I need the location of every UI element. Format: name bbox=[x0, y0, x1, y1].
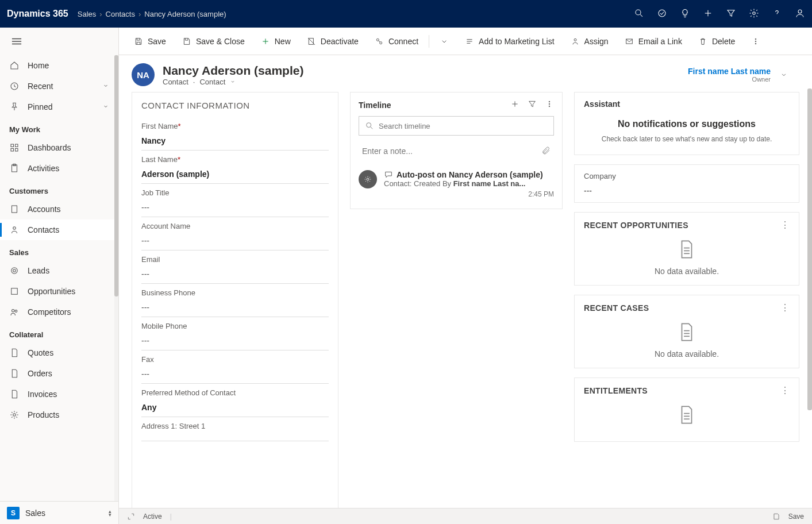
more-icon[interactable]: ⋮ bbox=[780, 302, 790, 313]
svg-point-42 bbox=[756, 43, 757, 44]
overflow-button[interactable] bbox=[744, 33, 767, 49]
chevron-down-icon bbox=[230, 79, 236, 84]
person-icon bbox=[9, 225, 20, 235]
add-marketing-list-button[interactable]: Add to Marketing List bbox=[458, 33, 561, 49]
svg-point-40 bbox=[756, 38, 757, 40]
new-button[interactable]: New bbox=[254, 33, 298, 49]
timeline-item[interactable]: Auto-post on Nancy Aderson (sample) Cont… bbox=[359, 167, 554, 202]
breadcrumb-item[interactable]: Nancy Aderson (sample) bbox=[144, 10, 226, 18]
timeline-search-input[interactable] bbox=[379, 122, 548, 130]
search-icon[interactable] bbox=[634, 8, 644, 20]
sidebar-item-activities[interactable]: Activities bbox=[0, 158, 118, 179]
doc-icon bbox=[9, 348, 20, 358]
document-icon bbox=[678, 322, 695, 342]
timeline-title: Timeline bbox=[359, 101, 391, 110]
sidebar-item-products[interactable]: Products bbox=[0, 404, 118, 425]
field-preferred-method-of-contact[interactable]: Preferred Method of ContactAny bbox=[141, 384, 329, 417]
svg-line-49 bbox=[371, 127, 372, 129]
svg-rect-24 bbox=[11, 288, 18, 295]
sidebar-item-opportunities[interactable]: Opportunities bbox=[0, 281, 118, 302]
delete-button[interactable]: Delete bbox=[691, 33, 742, 49]
clipboard-icon bbox=[9, 163, 20, 174]
chat-icon bbox=[384, 170, 393, 179]
sidebar-item-home[interactable]: Home bbox=[0, 55, 118, 76]
sidebar-item-orders[interactable]: Orders bbox=[0, 363, 118, 384]
timeline-note-input[interactable]: Enter a note... bbox=[359, 141, 554, 161]
sidebar-item-contacts[interactable]: Contacts bbox=[0, 219, 118, 240]
sidebar-item-competitors[interactable]: Competitors bbox=[0, 302, 118, 322]
field-job-title[interactable]: Job Title--- bbox=[141, 184, 329, 217]
svg-point-50 bbox=[367, 178, 369, 180]
plus-icon[interactable] bbox=[703, 8, 713, 20]
sidebar-group-header: Customers bbox=[0, 179, 118, 199]
hamburger-button[interactable] bbox=[0, 28, 118, 55]
sidebar-item-dashboards[interactable]: Dashboards bbox=[0, 137, 118, 158]
chevron-down-icon[interactable] bbox=[780, 71, 788, 79]
gear-icon[interactable] bbox=[749, 8, 759, 20]
more-icon[interactable]: ⋮ bbox=[780, 219, 790, 230]
app-brand[interactable]: Dynamics 365 bbox=[7, 9, 68, 19]
sidebar-item-pinned[interactable]: Pinned bbox=[0, 97, 118, 117]
expand-icon[interactable] bbox=[127, 513, 135, 521]
sidebar-scrollbar-thumb[interactable] bbox=[114, 55, 118, 296]
filter-icon[interactable] bbox=[726, 8, 736, 20]
svg-point-41 bbox=[756, 41, 757, 42]
svg-rect-15 bbox=[16, 149, 18, 152]
field-address-1-street-1[interactable]: Address 1: Street 1 bbox=[141, 417, 329, 441]
help-icon[interactable] bbox=[772, 8, 782, 20]
attachment-icon[interactable] bbox=[541, 146, 551, 157]
assistant-message: No notifications or suggestions bbox=[584, 119, 790, 129]
field-last-name[interactable]: Last Name*Aderson (sample) bbox=[141, 151, 329, 184]
status-bar: Active | Save bbox=[119, 508, 812, 524]
company-value[interactable]: --- bbox=[584, 186, 790, 195]
save-close-button[interactable]: Save & Close bbox=[175, 33, 252, 49]
more-icon[interactable]: ⋮ bbox=[780, 385, 790, 396]
owner-label: Owner bbox=[688, 76, 771, 83]
grid-icon bbox=[9, 142, 20, 153]
sidebar-item-accounts[interactable]: Accounts bbox=[0, 199, 118, 219]
svg-point-21 bbox=[13, 227, 16, 230]
record-header: NA Nancy Aderson (sample) Contact · Cont… bbox=[119, 55, 812, 92]
section-title: CONTACT INFORMATION bbox=[141, 101, 329, 110]
timeline-search[interactable] bbox=[359, 116, 554, 136]
email-link-button[interactable]: Email a Link bbox=[618, 33, 689, 49]
recent-cases-panel: RECENT CASES⋮ No data available. bbox=[574, 295, 799, 368]
sidebar-item-leads[interactable]: Leads bbox=[0, 260, 118, 281]
field-business-phone[interactable]: Business Phone--- bbox=[141, 284, 329, 317]
task-icon[interactable] bbox=[657, 8, 667, 20]
form-selector[interactable]: Contact bbox=[199, 78, 225, 86]
owner-link[interactable]: First name Last name bbox=[688, 67, 771, 76]
connect-dropdown-button[interactable] bbox=[433, 33, 456, 49]
status-save[interactable]: Save bbox=[788, 513, 804, 521]
breadcrumb-item[interactable]: Sales bbox=[78, 10, 97, 18]
breadcrumb: Sales › Contacts › Nancy Aderson (sample… bbox=[78, 10, 226, 18]
deactivate-button[interactable]: Deactivate bbox=[300, 33, 365, 49]
more-icon[interactable] bbox=[545, 99, 554, 110]
svg-point-46 bbox=[549, 103, 550, 105]
save-icon[interactable] bbox=[772, 513, 780, 521]
people-icon bbox=[9, 307, 20, 317]
area-picker[interactable]: S Sales ▴▾ bbox=[0, 501, 118, 524]
svg-point-6 bbox=[798, 10, 802, 13]
plus-icon[interactable] bbox=[510, 99, 519, 110]
sidebar-item-quotes[interactable]: Quotes bbox=[0, 342, 118, 363]
field-account-name[interactable]: Account Name--- bbox=[141, 217, 329, 251]
field-first-name[interactable]: First Name*Nancy bbox=[141, 117, 329, 151]
main-scrollbar-thumb[interactable] bbox=[807, 88, 812, 410]
svg-point-27 bbox=[13, 414, 16, 417]
assign-button[interactable]: Assign bbox=[564, 33, 615, 49]
sidebar-item-invoices[interactable]: Invoices bbox=[0, 384, 118, 404]
field-email[interactable]: Email--- bbox=[141, 251, 329, 284]
pin-icon bbox=[9, 102, 20, 112]
lightbulb-icon[interactable] bbox=[680, 8, 690, 20]
connect-button[interactable]: Connect bbox=[368, 33, 425, 49]
svg-line-1 bbox=[640, 14, 642, 17]
save-button[interactable]: Save bbox=[127, 33, 173, 49]
target-icon bbox=[9, 265, 20, 276]
field-fax[interactable]: Fax--- bbox=[141, 350, 329, 384]
filter-icon[interactable] bbox=[528, 99, 537, 110]
sidebar-item-recent[interactable]: Recent bbox=[0, 76, 118, 97]
user-icon[interactable] bbox=[795, 8, 805, 20]
breadcrumb-item[interactable]: Contacts bbox=[106, 10, 135, 18]
field-mobile-phone[interactable]: Mobile Phone--- bbox=[141, 317, 329, 350]
